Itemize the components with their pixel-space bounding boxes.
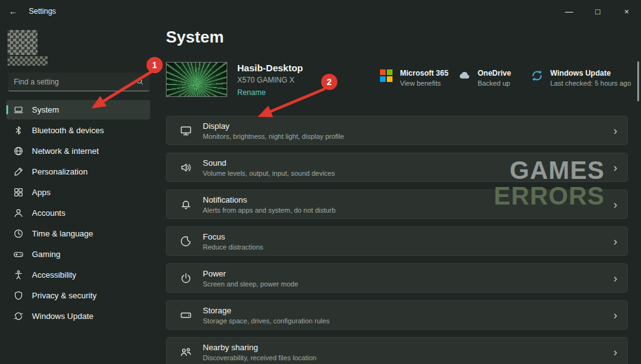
sidebar-item-accessibility[interactable]: Accessibility [6, 265, 150, 285]
row-subtitle: Storage space, drives, configuration rul… [203, 317, 329, 325]
row-title: Storage [203, 306, 329, 315]
row-subtitle: Screen and sleep, power mode [203, 280, 298, 288]
chevron-right-icon: › [613, 125, 617, 136]
minimize-icon: — [565, 7, 573, 16]
sidebar-nav: System Bluetooth & devices Network & int… [0, 99, 156, 327]
sidebar-item-gaming[interactable]: Gaming [6, 245, 150, 264]
device-thumbnail [166, 62, 227, 97]
chevron-right-icon: › [613, 310, 617, 321]
settings-row-focus[interactable]: Focus Reduce distractions › [166, 226, 628, 256]
user-avatar [8, 30, 38, 55]
chevron-right-icon: › [613, 236, 617, 247]
scrollbar-thumb[interactable] [637, 61, 639, 101]
power-icon [180, 272, 192, 285]
titlebar: ← Settings — □ × [0, 0, 641, 23]
sidebar-item-windows-update[interactable]: Windows Update [6, 306, 150, 326]
apps-icon [13, 187, 24, 198]
sidebar-item-apps[interactable]: Apps [6, 183, 150, 202]
sidebar-item-privacy-security[interactable]: Privacy & security [6, 286, 150, 305]
card-subtitle: View benefits [400, 79, 448, 87]
sound-icon [180, 161, 192, 174]
card-title: Windows Update [550, 69, 631, 78]
accounts-icon [13, 208, 24, 218]
sidebar-item-label: Accessibility [32, 270, 76, 280]
microsoft-logo [380, 69, 394, 83]
row-subtitle: Discoverability, received files location [203, 354, 316, 361]
row-subtitle: Alerts from apps and system, do not dist… [203, 206, 336, 214]
personalization-icon [13, 166, 24, 177]
microsoft-365-card[interactable]: Microsoft 365 View benefits [380, 69, 448, 87]
sidebar-item-time-language[interactable]: Time & language [6, 224, 150, 243]
settings-row-sound[interactable]: Sound Volume levels, output, input, soun… [166, 153, 628, 182]
sidebar-item-label: Network & internet [32, 146, 99, 156]
card-title: Microsoft 365 [400, 69, 448, 78]
sidebar-item-personalization[interactable]: Personalization [6, 162, 150, 181]
chevron-right-icon: › [613, 199, 617, 210]
annotation-step-2: 2 [321, 74, 337, 90]
row-title: Notifications [203, 195, 336, 205]
network-icon [13, 146, 24, 156]
notifications-bell-icon [180, 198, 192, 211]
focus-moon-icon [180, 235, 192, 248]
search-input[interactable] [14, 78, 136, 86]
row-title: Display [203, 121, 344, 131]
storage-drive-icon [180, 309, 192, 321]
onedrive-card[interactable]: OneDrive Backed up [458, 69, 511, 87]
back-arrow-icon: ← [9, 6, 18, 16]
privacy-shield-icon [13, 290, 24, 301]
maximize-button[interactable]: □ [583, 0, 612, 23]
row-subtitle: Reduce distractions [203, 243, 264, 251]
card-title: OneDrive [478, 69, 511, 78]
chevron-right-icon: › [613, 162, 617, 173]
device-model: X570 GAMING X [237, 76, 303, 84]
card-subtitle: Backed up [478, 79, 511, 87]
windows-update-icon [13, 311, 24, 321]
sidebar-item-bluetooth-devices[interactable]: Bluetooth & devices [6, 121, 150, 140]
row-title: Focus [203, 232, 264, 241]
settings-list: Display Monitors, brightness, night ligh… [166, 116, 628, 364]
bluetooth-icon [13, 125, 24, 136]
windows-update-status-icon [530, 69, 544, 83]
sidebar-item-label: System [32, 105, 59, 114]
settings-row-storage[interactable]: Storage Storage space, drives, configura… [166, 300, 628, 330]
device-name: Hasib-Desktop [237, 63, 303, 73]
settings-row-notifications[interactable]: Notifications Alerts from apps and syste… [166, 190, 628, 219]
rename-link[interactable]: Rename [237, 88, 303, 97]
windows-update-card[interactable]: Windows Update Last checked: 5 hours ago [530, 69, 631, 87]
chevron-right-icon: › [613, 273, 617, 284]
chevron-right-icon: › [613, 346, 617, 358]
row-title: Power [203, 269, 298, 278]
row-title: Sound [203, 158, 335, 168]
search-box [8, 73, 150, 91]
row-subtitle: Monitors, brightness, night light, displ… [203, 133, 344, 140]
page-title: System [166, 28, 224, 47]
sidebar-item-label: Bluetooth & devices [32, 126, 104, 135]
sidebar-item-label: Windows Update [32, 311, 93, 321]
sidebar-item-label: Accounts [32, 208, 65, 218]
system-icon [13, 104, 24, 115]
settings-row-nearby-sharing[interactable]: Nearby sharing Discoverability, received… [166, 337, 628, 364]
sidebar-item-label: Gaming [32, 250, 61, 259]
device-header: Hasib-Desktop X570 GAMING X Rename [166, 62, 303, 97]
sidebar-item-label: Personalization [32, 167, 88, 176]
user-name-redacted [8, 56, 48, 66]
card-subtitle: Last checked: 5 hours ago [550, 79, 631, 87]
sidebar-item-accounts[interactable]: Accounts [6, 203, 150, 223]
row-title: Nearby sharing [203, 343, 316, 352]
sidebar-item-network-internet[interactable]: Network & internet [6, 141, 150, 161]
back-button[interactable]: ← [0, 0, 26, 23]
minimize-button[interactable]: — [555, 0, 583, 23]
onedrive-cloud-icon [458, 69, 471, 83]
gaming-icon [13, 249, 24, 260]
sidebar-item-label: Privacy & security [32, 291, 96, 300]
close-button[interactable]: × [612, 0, 641, 23]
accessibility-icon [13, 270, 24, 280]
nearby-sharing-icon [180, 346, 192, 358]
sidebar-item-label: Time & language [32, 229, 93, 238]
settings-row-display[interactable]: Display Monitors, brightness, night ligh… [166, 116, 628, 145]
settings-row-power[interactable]: Power Screen and sleep, power mode › [166, 263, 628, 293]
sidebar: System Bluetooth & devices Network & int… [0, 23, 156, 364]
maximize-icon: □ [595, 7, 600, 16]
sidebar-item-system[interactable]: System [6, 100, 150, 119]
display-icon [180, 124, 192, 137]
